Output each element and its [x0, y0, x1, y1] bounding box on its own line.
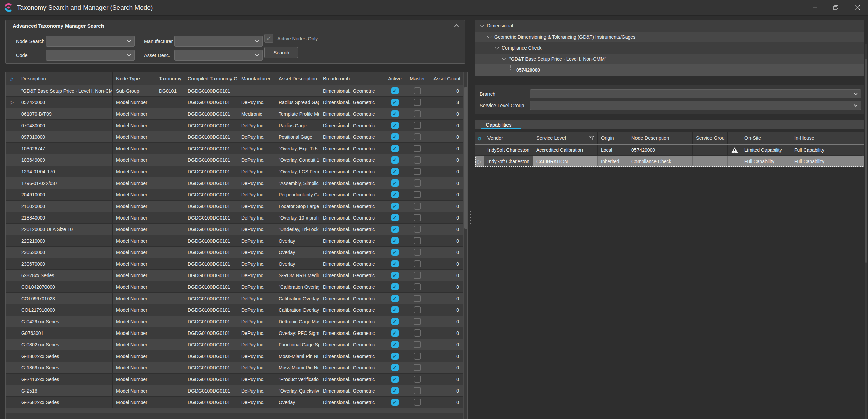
table-row[interactable]: 103649009Model NumberDGDG0100DG0101DePuy…: [6, 154, 464, 166]
column-header[interactable]: Breadcrumb: [319, 72, 384, 85]
node-search-combobox[interactable]: [46, 36, 135, 47]
results-grid-scrollbar[interactable]: [463, 72, 467, 419]
checked-checkbox[interactable]: ✓: [391, 133, 399, 140]
table-row[interactable]: 061070-B/T09Model NumberDGDG0100DG0101Me…: [6, 108, 464, 120]
column-header[interactable]: Taxonomy: [155, 72, 184, 85]
table-row[interactable]: 218840000Model NumberDGDG0100DG0101DePuy…: [6, 212, 464, 224]
unchecked-checkbox[interactable]: [414, 156, 421, 164]
checked-checkbox[interactable]: ✓: [391, 226, 399, 233]
unchecked-checkbox[interactable]: [414, 237, 421, 244]
asset-desc-combobox[interactable]: [174, 50, 263, 61]
checked-checkbox[interactable]: ✓: [391, 329, 399, 337]
column-header[interactable]: Active: [384, 72, 406, 85]
table-row[interactable]: G-0429xxx SeriesModel NumberDGDG0100DG01…: [6, 316, 464, 327]
checked-checkbox[interactable]: ✓: [391, 260, 399, 267]
column-header[interactable]: Compiled Taxonomy C: [184, 72, 238, 85]
table-row[interactable]: 230530000Model NumberDGDG0100DG0101DePuy…: [6, 247, 464, 258]
service-level-group-combobox[interactable]: [530, 101, 861, 110]
column-header[interactable]: In-House: [791, 132, 862, 144]
unchecked-checkbox[interactable]: [414, 399, 421, 406]
table-row[interactable]: G-0802xxx SeriesModel NumberDGDG0100DG01…: [6, 339, 464, 350]
unchecked-checkbox[interactable]: [414, 133, 421, 140]
table-row[interactable]: 229210000Model NumberDGDG0100DG0101DePuy…: [6, 235, 464, 247]
close-button[interactable]: [847, 0, 868, 15]
unchecked-checkbox[interactable]: [414, 376, 421, 383]
column-header[interactable]: Manufacturer: [238, 72, 275, 85]
checked-checkbox[interactable]: ✓: [391, 145, 399, 152]
grid-options-button[interactable]: ☼: [475, 132, 484, 144]
unchecked-checkbox[interactable]: [414, 99, 421, 106]
capability-row[interactable]: ▷IndySoft CharlestonCALIBRATIONInherited…: [475, 156, 864, 167]
table-row[interactable]: 204910000Model NumberDGDG0100DG0101DePuy…: [6, 189, 464, 201]
unchecked-checkbox[interactable]: [414, 387, 421, 394]
table-row[interactable]: G-1802xxx SeriesModel NumberDGDG0100DG01…: [6, 350, 464, 362]
unchecked-checkbox[interactable]: [414, 341, 421, 348]
active-nodes-only-checkbox[interactable]: ✓: [264, 34, 273, 43]
checked-checkbox[interactable]: ✓: [391, 249, 399, 256]
pane-splitter[interactable]: [469, 16, 472, 419]
table-row[interactable]: 097310000Model NumberDGDG0100DG0101DePuy…: [6, 131, 464, 143]
collapse-panel-button[interactable]: [453, 22, 460, 30]
checked-checkbox[interactable]: ✓: [391, 237, 399, 244]
table-row[interactable]: 103026747Model NumberDGDG0100DG0101DePuy…: [6, 143, 464, 154]
unchecked-checkbox[interactable]: [414, 272, 421, 279]
unchecked-checkbox[interactable]: [414, 110, 421, 117]
table-row[interactable]: 1294-01/04-170Model NumberDGDG0100DG0101…: [6, 166, 464, 177]
checked-checkbox[interactable]: ✓: [391, 306, 399, 313]
grid-options-button[interactable]: ☼: [6, 72, 18, 85]
table-row[interactable]: "GD&T Base Setup Price - Level I, Non-CM…: [6, 85, 464, 97]
table-row[interactable]: 1796-01-022/037Model NumberDGDG0100DG010…: [6, 177, 464, 189]
restore-button[interactable]: [825, 0, 847, 15]
table-row[interactable]: 216020000Model NumberDGDG0100DG0101DePuy…: [6, 201, 464, 212]
checked-checkbox[interactable]: ✓: [391, 87, 399, 94]
manufacturer-combobox[interactable]: [174, 36, 263, 47]
table-row[interactable]: ▷057420000Model NumberDGDG0100DG0101DePu…: [6, 97, 464, 108]
row-expander-cell[interactable]: ▷: [6, 97, 18, 108]
checked-checkbox[interactable]: ✓: [391, 376, 399, 383]
table-row[interactable]: COL096701023Model NumberDGDG0100DG0101De…: [6, 293, 464, 304]
checked-checkbox[interactable]: ✓: [391, 353, 399, 360]
checked-checkbox[interactable]: ✓: [391, 203, 399, 210]
table-row[interactable]: 62828xx SeriesModel NumberDGDG0100DG0101…: [6, 270, 464, 281]
checked-checkbox[interactable]: ✓: [391, 283, 399, 290]
table-row[interactable]: 220120000 ULA Size 10Model NumberDGDG010…: [6, 224, 464, 235]
code-combobox[interactable]: [46, 50, 135, 61]
unchecked-checkbox[interactable]: [414, 87, 421, 94]
checked-checkbox[interactable]: ✓: [391, 387, 399, 394]
table-row[interactable]: 230670000Model NumberDGDG0100DG0101DePuy…: [6, 258, 464, 270]
right-pane-scrollbar[interactable]: [865, 44, 867, 419]
row-expander-cell[interactable]: ▷: [475, 156, 484, 167]
column-header[interactable]: Vendor: [484, 132, 533, 144]
unchecked-checkbox[interactable]: [414, 203, 421, 210]
expand-row-icon[interactable]: ▷: [478, 159, 482, 164]
checked-checkbox[interactable]: ✓: [391, 214, 399, 221]
column-header[interactable]: On-Site: [741, 132, 791, 144]
table-row[interactable]: G0763001Model NumberDGDG0100DG0101DePuy …: [6, 327, 464, 339]
column-header[interactable]: Master: [406, 72, 429, 85]
minimize-button[interactable]: [804, 0, 825, 15]
unchecked-checkbox[interactable]: [414, 179, 421, 187]
table-row[interactable]: G-1869xxx SeriesModel NumberDGDG0100DG01…: [6, 362, 464, 374]
search-button[interactable]: Search: [264, 47, 298, 58]
checked-checkbox[interactable]: ✓: [391, 318, 399, 325]
column-header[interactable]: Description: [18, 72, 113, 85]
filter-funnel-icon[interactable]: [589, 136, 594, 141]
tab-capabilities[interactable]: Capabilities: [475, 120, 523, 129]
checked-checkbox[interactable]: ✓: [391, 168, 399, 175]
unchecked-checkbox[interactable]: [414, 145, 421, 152]
table-row[interactable]: G-2682xxx SeriesModel NumberDGDG0100DG01…: [6, 397, 464, 408]
checked-checkbox[interactable]: ✓: [391, 295, 399, 302]
table-row[interactable]: G-2413xxx SeriesModel NumberDGDG0100DG01…: [6, 374, 464, 385]
table-row[interactable]: G-2518Model NumberDGDG0100DG0101DePuy In…: [6, 385, 464, 397]
checked-checkbox[interactable]: ✓: [391, 364, 399, 371]
unchecked-checkbox[interactable]: [414, 295, 421, 302]
tree-node[interactable]: Dimensional: [475, 20, 864, 32]
branch-combobox[interactable]: [530, 89, 861, 98]
checked-checkbox[interactable]: ✓: [391, 191, 399, 198]
tree-collapse-icon[interactable]: [502, 56, 506, 60]
table-row[interactable]: COL042070000Model NumberDGDG0100DG0101De…: [6, 281, 464, 293]
expand-row-icon[interactable]: ▷: [10, 100, 14, 105]
unchecked-checkbox[interactable]: [414, 260, 421, 267]
unchecked-checkbox[interactable]: [414, 318, 421, 325]
column-header-warning[interactable]: [728, 132, 741, 144]
